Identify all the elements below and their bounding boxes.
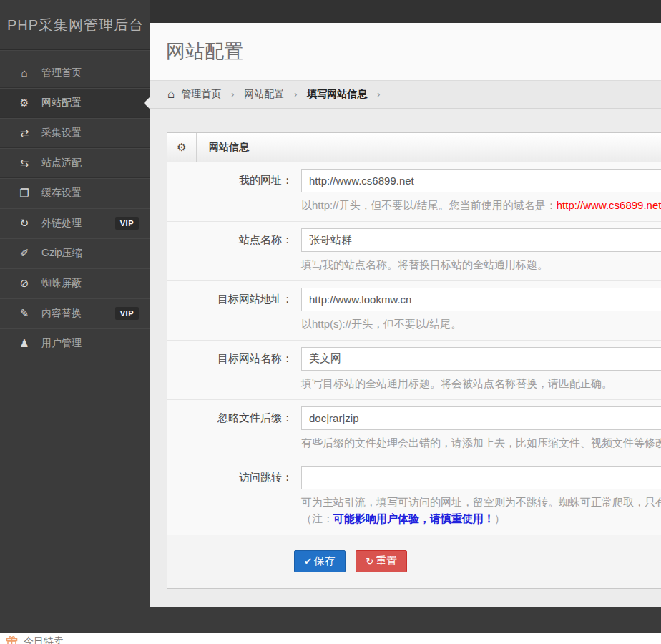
refresh-icon: ↻: [17, 217, 31, 230]
sidebar-item-label: 外链处理: [41, 217, 82, 230]
sidebar-item-label: 采集设置: [41, 127, 82, 140]
vip-badge: VIP: [115, 307, 139, 320]
pencil-icon: ✎: [17, 307, 31, 320]
eye-slash-icon: ⊘: [17, 277, 31, 290]
sidebar-item-collect-settings[interactable]: ⇄ 采集设置: [0, 118, 150, 148]
wrench-icon: ✐: [17, 247, 31, 260]
vip-badge: VIP: [115, 217, 139, 230]
site-info-panel: ⚙ 网站信息 我的网址： 以http://开头，但不要以/结尾。您当前使用的域名…: [167, 132, 661, 589]
note-suffix: ）: [494, 512, 505, 525]
sidebar-item-admin-home[interactable]: ⌂ 管理首页: [0, 58, 150, 88]
chevron-right-icon: ›: [231, 89, 234, 99]
sidebar-item-label: 管理首页: [41, 67, 82, 79]
my-url-input[interactable]: [301, 169, 661, 192]
target-url-hint: 以http(s)://开头，但不要以/结尾。: [301, 318, 661, 331]
save-button[interactable]: ✔保存: [294, 550, 346, 572]
sidebar-item-label: 内容替换: [41, 307, 82, 320]
main-area: 网站配置 ⌂ 管理首页 › 网站配置 › 填写网站信息 › ⚙ 网站信息 我的网…: [150, 0, 661, 644]
page-title: 网站配置: [166, 39, 243, 64]
target-url-label: 目标网站地址：: [167, 288, 301, 331]
site-name-label: 站点名称：: [167, 228, 301, 272]
target-name-hint: 填写目标站的全站通用标题。将会被站点名称替换，请匹配正确。: [301, 377, 661, 391]
note-prefix: （注：: [301, 512, 333, 525]
redirect-input[interactable]: [301, 466, 661, 489]
sidebar-item-site-adapt[interactable]: ⇆ 站点适配: [0, 148, 150, 178]
refresh-icon: ↻: [366, 556, 373, 567]
redirect-note: （注：可能影响用户体验，请慎重使用！）: [301, 512, 661, 526]
sidebar-menu: ⌂ 管理首页 ⚙ 网站配置 ⇄ 采集设置 ⇆ 站点适配 ❐ 缓存设置 ↻ 外链处…: [0, 50, 150, 358]
sidebar-item-cache-settings[interactable]: ❐ 缓存设置: [0, 178, 150, 208]
panel-header: ⚙ 网站信息: [167, 133, 661, 162]
retweet-icon: ⇄: [17, 127, 31, 140]
top-bar: [150, 0, 661, 23]
sidebar-item-label: Gzip压缩: [41, 247, 82, 260]
home-icon: ⌂: [17, 67, 31, 79]
chevron-right-icon: ›: [294, 89, 297, 99]
folder-icon: ❐: [17, 187, 31, 200]
sidebar-item-label: 蜘蛛屏蔽: [41, 277, 82, 290]
sidebar-item-content-replace[interactable]: ✎ 内容替换 VIP: [0, 298, 150, 328]
panel-title: 网站信息: [197, 133, 249, 162]
breadcrumb-item-current: 填写网站信息: [307, 88, 367, 101]
sidebar-item-label: 站点适配: [41, 157, 82, 170]
form-row-ignore-ext: 忽略文件后缀： 有些后缀的文件处理会出错的，请添加上去，比如压缩文件、视频文件等…: [167, 400, 661, 459]
ignore-ext-hint: 有些后缀的文件处理会出错的，请添加上去，比如压缩文件、视频文件等修改会出: [301, 436, 661, 450]
sidebar-item-external-links[interactable]: ↻ 外链处理 VIP: [0, 208, 150, 238]
app-window: PHP采集网管理后台 ⌂ 管理首页 ⚙ 网站配置 ⇄ 采集设置 ⇆ 站点适配 ❐…: [0, 0, 661, 644]
check-icon: ✔: [304, 556, 312, 567]
chevron-right-icon: ›: [377, 89, 380, 99]
gear-icon: ⚙: [167, 133, 197, 162]
sidebar-item-label: 网站配置: [41, 97, 82, 109]
target-name-label: 目标网站名称：: [167, 347, 301, 391]
gift-icon: [6, 635, 18, 644]
save-button-label: 保存: [314, 555, 336, 568]
breadcrumb-item-home[interactable]: 管理首页: [181, 88, 221, 101]
target-name-input[interactable]: [301, 347, 661, 371]
sidebar-item-label: 用户管理: [41, 337, 82, 350]
sidebar-item-label: 缓存设置: [41, 187, 82, 200]
ignore-ext-input[interactable]: [301, 406, 661, 430]
page-header: 网站配置: [150, 23, 661, 80]
site-name-hint: 填写我的站点名称。将替换目标站的全站通用标题。: [301, 258, 661, 272]
reset-button[interactable]: ↻重置: [356, 550, 407, 572]
target-url-input[interactable]: [301, 288, 661, 311]
ignore-ext-label: 忽略文件后缀：: [167, 406, 301, 450]
site-name-input[interactable]: [301, 228, 661, 252]
reset-button-label: 重置: [376, 555, 397, 568]
my-url-label: 我的网址：: [167, 169, 301, 213]
form-row-target-name: 目标网站名称： 填写目标站的全站通用标题。将会被站点名称替换，请匹配正确。: [167, 341, 661, 400]
sidebar-item-site-config[interactable]: ⚙ 网站配置: [0, 88, 150, 118]
current-domain-value: http://www.cs6899.net: [557, 199, 661, 211]
my-url-hint: 以http://开头，但不要以/结尾。您当前使用的域名是：http://www.…: [301, 199, 661, 213]
panel-footer: ✔保存 ↻重置: [167, 535, 661, 588]
form-row-my-url: 我的网址： 以http://开头，但不要以/结尾。您当前使用的域名是：http:…: [167, 162, 661, 222]
redirect-label: 访问跳转：: [167, 466, 301, 526]
form-row-site-name: 站点名称： 填写我的站点名称。将替换目标站的全站通用标题。: [167, 222, 661, 281]
content-area: ⚙ 网站信息 我的网址： 以http://开头，但不要以/结尾。您当前使用的域名…: [150, 109, 661, 607]
home-icon: ⌂: [167, 87, 175, 102]
form-row-target-url: 目标网站地址： 以http(s)://开头，但不要以/结尾。: [167, 281, 661, 341]
sidebar-item-spider-block[interactable]: ⊘ 蜘蛛屏蔽: [0, 268, 150, 298]
hint-text: 以http://开头，但不要以/结尾。您当前使用的域名是：: [301, 199, 557, 211]
sidebar: PHP采集网管理后台 ⌂ 管理首页 ⚙ 网站配置 ⇄ 采集设置 ⇆ 站点适配 ❐…: [0, 0, 150, 644]
user-icon: ♟: [17, 337, 31, 350]
redirect-hint: 可为主站引流，填写可访问的网址，留空则为不跳转。蜘蛛可正常爬取，只有正常: [301, 496, 661, 509]
breadcrumb-item-site-config[interactable]: 网站配置: [244, 88, 284, 101]
form-row-redirect: 访问跳转： 可为主站引流，填写可访问的网址，留空则为不跳转。蜘蛛可正常爬取，只有…: [167, 459, 661, 535]
app-logo: PHP采集网管理后台: [0, 0, 150, 50]
note-warning-link[interactable]: 可能影响用户体验，请慎重使用！: [333, 512, 494, 525]
gear-icon: ⚙: [17, 97, 31, 109]
promo-label: 今日特卖: [24, 634, 64, 644]
sidebar-item-gzip[interactable]: ✐ Gzip压缩: [0, 238, 150, 268]
breadcrumb: ⌂ 管理首页 › 网站配置 › 填写网站信息 ›: [150, 80, 661, 109]
shuffle-icon: ⇆: [17, 157, 31, 170]
sidebar-item-user-management[interactable]: ♟ 用户管理: [0, 328, 150, 358]
promo-bar[interactable]: 今日特卖: [0, 633, 661, 644]
